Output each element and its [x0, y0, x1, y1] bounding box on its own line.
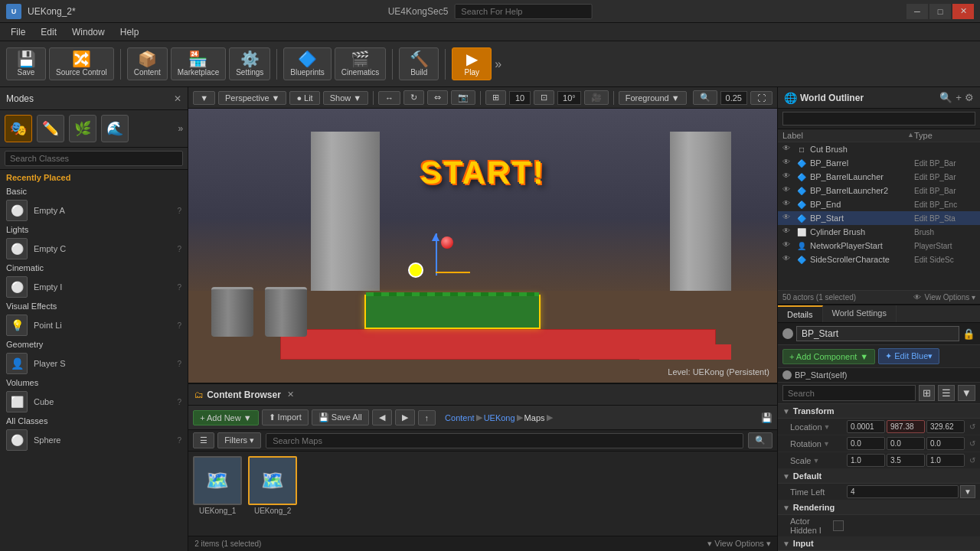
- grid-snap-button[interactable]: ⊞: [485, 90, 506, 105]
- details-view-list[interactable]: ☰: [938, 385, 955, 401]
- rotation-x[interactable]: [847, 437, 885, 450]
- build-button[interactable]: 🔨 Build: [399, 47, 439, 80]
- visibility-icon[interactable]: 👁: [782, 240, 793, 251]
- actor-hidden-checkbox[interactable]: [833, 520, 844, 531]
- visibility-icon[interactable]: 👁: [782, 199, 793, 210]
- viewport[interactable]: START! Level: UEKong (Persistent): [188, 109, 777, 383]
- visibility-icon[interactable]: 👁: [782, 185, 793, 196]
- outliner-row-bp-barrel-launcher2[interactable]: 👁 🔷 BP_BarrelLauncher2 Edit BP_Bar: [778, 184, 980, 197]
- save-button[interactable]: 💾 Save: [6, 47, 46, 80]
- outliner-row-cylinder[interactable]: 👁 ⬜ Cylinder Brush Brush: [778, 225, 980, 239]
- actor-type[interactable]: Edit BP_Enc: [914, 201, 975, 209]
- scale-x[interactable]: [847, 454, 885, 467]
- place-item-player[interactable]: 👤 Player S ?: [0, 350, 188, 377]
- menu-window[interactable]: Window: [64, 25, 113, 39]
- content-search-input[interactable]: [266, 433, 743, 448]
- place-item-cube[interactable]: ⬜ Cube ?: [0, 389, 188, 415]
- scale-reset[interactable]: ↺: [969, 456, 975, 465]
- category-volumes[interactable]: Volumes: [0, 377, 188, 389]
- category-geometry[interactable]: Geometry: [0, 338, 188, 350]
- menu-edit[interactable]: Edit: [33, 25, 64, 39]
- foreground-button[interactable]: Foreground▼: [619, 91, 687, 105]
- rotation-y[interactable]: [887, 437, 925, 450]
- source-control-button[interactable]: 🔀 Source Control: [49, 47, 114, 80]
- view-options-button[interactable]: ▾ View Options ▾: [707, 539, 771, 549]
- camera-controls[interactable]: 🔍: [693, 90, 717, 105]
- details-view-grid[interactable]: ⊞: [919, 385, 935, 401]
- input-section-header[interactable]: ▼ Input: [778, 536, 980, 551]
- place-item-empty1[interactable]: ⚪ Empty A ?: [0, 197, 188, 223]
- rotation-reset[interactable]: ↺: [969, 439, 975, 448]
- outliner-row-network-player[interactable]: 👁 👤 NetworkPlayerStart PlayerStart: [778, 239, 980, 253]
- mode-foliage[interactable]: 🌿: [69, 115, 96, 142]
- rendering-section-header[interactable]: ▼ Rendering: [778, 500, 980, 515]
- place-item-empty2[interactable]: ⚪ Empty C ?: [0, 236, 188, 262]
- modes-close-button[interactable]: ✕: [174, 93, 181, 104]
- location-x[interactable]: [847, 420, 885, 433]
- location-dropdown[interactable]: ▼: [824, 423, 831, 431]
- outliner-search-button[interactable]: 🔍: [939, 92, 952, 103]
- actor-type[interactable]: Edit BP_Sta: [914, 214, 975, 223]
- perspective-button[interactable]: Perspective▼: [218, 91, 286, 105]
- actor-type[interactable]: Edit BP_Bar: [914, 159, 975, 168]
- rotation-z[interactable]: [926, 437, 965, 450]
- scale-y[interactable]: [887, 454, 925, 467]
- actor-type[interactable]: Edit BP_Bar: [914, 173, 975, 181]
- category-lights[interactable]: Lights: [0, 223, 188, 236]
- surface-snap-button[interactable]: ⊡: [534, 90, 554, 105]
- scale-button[interactable]: ⇔: [427, 90, 448, 105]
- actor-type[interactable]: Edit BP_Bar: [914, 187, 975, 195]
- outliner-row-side-scroller[interactable]: 👁 🔷 SideScrollerCharacte Edit SideSc: [778, 253, 980, 266]
- save-all-button[interactable]: 💾 Save All: [312, 409, 369, 425]
- content-browser-close[interactable]: ✕: [287, 390, 294, 399]
- camera-button[interactable]: 📷: [451, 90, 475, 105]
- tab-details[interactable]: Details: [778, 305, 823, 322]
- asset-uekong2[interactable]: 🗺️ UEKong_2: [248, 456, 297, 531]
- camera-speed-button[interactable]: 🎥: [584, 90, 609, 105]
- fullscreen-button[interactable]: ⛶: [750, 91, 773, 105]
- nav-back-button[interactable]: ◀: [372, 409, 392, 425]
- search-classes-input[interactable]: [5, 151, 183, 166]
- menu-file[interactable]: File: [3, 25, 33, 39]
- nav-up-button[interactable]: ↑: [418, 410, 436, 425]
- toolbar-expand[interactable]: »: [495, 57, 501, 71]
- breadcrumb-uekong[interactable]: UEKong: [484, 413, 515, 422]
- breadcrumb-content[interactable]: Content: [445, 413, 475, 422]
- maximize-button[interactable]: □: [929, 4, 951, 19]
- scale-z[interactable]: [926, 454, 965, 467]
- settings-button[interactable]: ⚙️ Settings: [229, 47, 270, 80]
- outliner-row-cut-brush[interactable]: 👁 □ Cut Brush: [778, 142, 980, 156]
- visibility-icon[interactable]: 👁: [782, 144, 793, 155]
- modes-expand[interactable]: »: [178, 123, 183, 134]
- mode-landscape[interactable]: 🌊: [101, 115, 129, 142]
- outliner-row-bp-barrel-launcher[interactable]: 👁 🔷 BP_BarrelLauncher Edit BP_Bar: [778, 170, 980, 184]
- place-item-sphere[interactable]: ⚪ Sphere ?: [0, 427, 188, 453]
- play-button[interactable]: ▶ Play: [452, 47, 492, 80]
- filters-button[interactable]: Filters ▾: [217, 432, 261, 448]
- category-all-classes[interactable]: All Classes: [0, 415, 188, 427]
- actor-type[interactable]: Edit SideSc: [914, 256, 975, 264]
- asset-uekong1[interactable]: 🗺️ UEKong_1: [193, 456, 242, 531]
- outliner-settings-button[interactable]: ⚙: [965, 92, 974, 103]
- view-options-button[interactable]: 👁 View Options ▾: [913, 293, 975, 302]
- location-reset[interactable]: ↺: [969, 422, 975, 431]
- scale-dropdown[interactable]: ▼: [812, 457, 819, 465]
- filter-options-button[interactable]: ☰: [193, 432, 214, 448]
- category-visual-effects[interactable]: Visual Effects: [0, 300, 188, 312]
- help-search-input[interactable]: [454, 4, 592, 19]
- nav-forward-button[interactable]: ▶: [395, 409, 415, 425]
- outliner-row-bp-end[interactable]: 👁 🔷 BP_End Edit BP_Enc: [778, 197, 980, 211]
- outliner-search-input[interactable]: [782, 112, 975, 126]
- lit-button[interactable]: ● Lit: [289, 91, 319, 105]
- details-search-input[interactable]: [782, 385, 916, 401]
- blueprints-button[interactable]: 🔷 Blueprints: [283, 47, 331, 80]
- category-basic[interactable]: Basic: [0, 185, 188, 197]
- viewport-options-button[interactable]: ▼: [193, 91, 215, 105]
- tab-world-settings[interactable]: World Settings: [823, 305, 897, 322]
- add-component-button[interactable]: + Add Component▼: [782, 349, 875, 364]
- add-new-button[interactable]: + Add New▼: [193, 410, 258, 425]
- time-left-dropdown[interactable]: ▼: [960, 485, 975, 498]
- translate-button[interactable]: ↔: [378, 91, 400, 105]
- rotate-button[interactable]: ↻: [403, 90, 424, 105]
- transform-section-header[interactable]: ▼ Transform: [778, 404, 980, 419]
